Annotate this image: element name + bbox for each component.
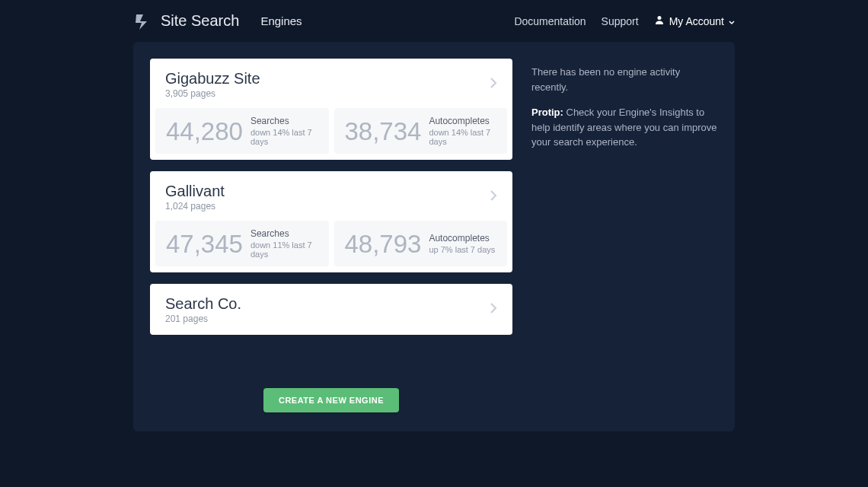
user-icon: [654, 14, 665, 28]
logo-icon: [133, 11, 153, 31]
searches-stat: 47,345 Searches down 11% last 7 days: [155, 221, 329, 266]
engine-title: Gallivant: [165, 183, 225, 200]
header-right: Documentation Support My Account: [514, 14, 735, 28]
engine-subtitle: 3,905 pages: [165, 88, 260, 99]
engines-list: Gigabuzz Site 3,905 pages 44,280 Searche…: [150, 59, 512, 415]
engine-card-searchco[interactable]: Search Co. 201 pages: [150, 284, 512, 335]
chevron-right-icon: [490, 189, 497, 205]
engine-card-header: Search Co. 201 pages: [150, 284, 512, 335]
autocompletes-stat: 38,734 Autocompletes down 14% last 7 day…: [334, 108, 508, 154]
activity-text: There has been no engine activity recent…: [531, 65, 718, 94]
sidebar: There has been no engine activity recent…: [531, 59, 718, 415]
searches-trend: down 11% last 7 days: [251, 240, 318, 259]
engine-subtitle: 1,024 pages: [165, 201, 225, 212]
stat-details: Searches down 11% last 7 days: [251, 228, 318, 259]
searches-stat: 44,280 Searches down 14% last 7 days: [155, 108, 329, 154]
create-engine-button[interactable]: CREATE A NEW ENGINE: [263, 388, 399, 412]
stat-details: Searches down 14% last 7 days: [251, 116, 318, 146]
engine-card-header: Gigabuzz Site 3,905 pages: [150, 59, 512, 108]
engine-card-gallivant[interactable]: Gallivant 1,024 pages 47,345 Searches do…: [150, 171, 512, 272]
searches-label: Searches: [251, 116, 318, 126]
engine-title: Search Co.: [165, 295, 241, 313]
logo-text: Site Search: [161, 12, 239, 30]
engine-stats: 44,280 Searches down 14% last 7 days 38,…: [150, 108, 512, 160]
autocompletes-stat: 48,793 Autocompletes up 7% last 7 days: [334, 221, 508, 266]
searches-label: Searches: [251, 228, 318, 239]
autocompletes-count: 48,793: [345, 231, 422, 256]
header-left: Site Search Engines: [133, 11, 302, 31]
engine-stats: 47,345 Searches down 11% last 7 days 48,…: [150, 221, 512, 272]
my-account-label: My Account: [669, 15, 724, 27]
autocompletes-label: Autocompletes: [429, 233, 495, 244]
nav-documentation[interactable]: Documentation: [514, 15, 586, 27]
engine-card-header: Gallivant 1,024 pages: [150, 171, 512, 221]
my-account-menu[interactable]: My Account: [654, 14, 735, 28]
engine-title-group: Gallivant 1,024 pages: [165, 183, 225, 212]
engine-title: Gigabuzz Site: [165, 70, 260, 88]
engine-subtitle: 201 pages: [165, 314, 241, 324]
protip-label: Protip:: [531, 107, 563, 118]
chevron-right-icon: [490, 302, 497, 317]
engine-title-group: Gigabuzz Site 3,905 pages: [165, 70, 260, 99]
nav-engines[interactable]: Engines: [260, 14, 302, 27]
stat-details: Autocompletes up 7% last 7 days: [429, 233, 495, 254]
chevron-right-icon: [490, 77, 497, 92]
searches-count: 47,345: [166, 231, 243, 256]
chevron-down-icon: [729, 14, 735, 28]
autocompletes-count: 38,734: [345, 119, 422, 144]
engine-card-gigabuzz[interactable]: Gigabuzz Site 3,905 pages 44,280 Searche…: [150, 59, 512, 160]
autocompletes-trend: down 14% last 7 days: [429, 128, 496, 146]
svg-point-0: [657, 16, 661, 20]
nav-support[interactable]: Support: [602, 15, 639, 27]
engine-title-group: Search Co. 201 pages: [165, 295, 241, 324]
searches-count: 44,280: [166, 119, 243, 144]
autocompletes-label: Autocompletes: [429, 116, 496, 126]
create-button-wrap: CREATE A NEW ENGINE: [150, 388, 512, 412]
stat-details: Autocompletes down 14% last 7 days: [429, 116, 496, 146]
searches-trend: down 14% last 7 days: [251, 128, 318, 146]
content-panel: Gigabuzz Site 3,905 pages 44,280 Searche…: [133, 42, 735, 431]
autocompletes-trend: up 7% last 7 days: [429, 245, 495, 254]
app-header: Site Search Engines Documentation Suppor…: [0, 0, 868, 42]
protip-text: Protip: Check your Engine's Insights to …: [531, 105, 718, 150]
logo[interactable]: Site Search: [133, 11, 239, 31]
